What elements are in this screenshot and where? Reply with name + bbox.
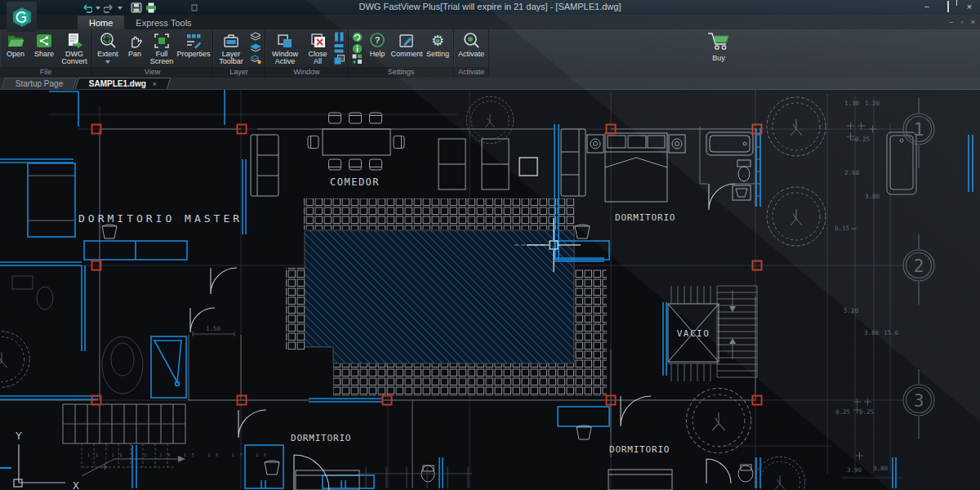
tile-horizontal-icon[interactable]	[334, 43, 345, 53]
group-label-file: File	[0, 67, 91, 78]
layer-isolate-icon[interactable]	[250, 43, 261, 53]
close-all-button[interactable]: Close All	[304, 30, 332, 66]
group-label-layer: Layer	[213, 67, 265, 78]
tab-home[interactable]: Home	[78, 16, 124, 29]
dim-text: 3.80	[873, 465, 889, 472]
dim-text: 3.80	[864, 329, 880, 336]
document-tab-bar: Startup Page SAMPLE1.dwg×	[0, 78, 980, 90]
close-all-icon	[309, 32, 327, 50]
activate-button[interactable]: Activate	[456, 30, 487, 58]
comment-icon	[398, 32, 416, 50]
tile-vertical-icon[interactable]	[334, 32, 345, 42]
full-screen-icon	[153, 32, 171, 50]
mdi-restore-button[interactable]: ▫	[961, 18, 964, 26]
extent-icon	[99, 32, 117, 50]
app-logo[interactable]	[7, 2, 37, 32]
comment-button[interactable]: Comment	[390, 30, 423, 58]
extent-dropdown-caret[interactable]	[105, 60, 110, 64]
fastview-logo-icon	[11, 7, 33, 28]
qat-customize-icon[interactable]	[191, 4, 198, 11]
activate-icon	[462, 32, 480, 50]
dim-text: 0.25	[859, 408, 874, 416]
grid-bubble-label: 2	[914, 256, 924, 276]
group-label-view: View	[92, 67, 212, 78]
tab-startup-page[interactable]: Startup Page	[2, 78, 78, 89]
ribbon-group-window: Window Active Close All	[265, 29, 349, 78]
room-label-comedor: COMEDOR	[330, 176, 380, 188]
mdi-minimize-button[interactable]: −	[949, 18, 953, 26]
dwg-convert-icon	[65, 33, 83, 50]
ribbon: Open Share DWG Convert File	[0, 29, 980, 78]
about-info-icon[interactable]	[352, 43, 363, 54]
open-button[interactable]: Open	[2, 30, 29, 58]
dim-text: 0.25	[835, 408, 850, 416]
room-label-dormitorio-br: DORMITORIO	[609, 444, 670, 455]
room-label-dormitorio-master: DORMITORIO MASTER	[78, 212, 243, 225]
check-update-icon[interactable]	[352, 32, 363, 42]
window-active-button[interactable]: Window Active	[267, 30, 303, 66]
restore-button[interactable]	[942, 2, 954, 12]
ucs-icon	[14, 444, 65, 487]
mdi-close-button[interactable]: ×	[971, 18, 975, 26]
tab-express-tools[interactable]: Express Tools	[124, 16, 203, 29]
quick-access-toolbar	[82, 2, 198, 13]
grid-bubble-label: 3	[914, 391, 924, 411]
dim-text: 5.20	[844, 307, 859, 314]
stairs-bottom-left	[63, 404, 185, 476]
dim-text: 2.60	[844, 169, 860, 176]
pan-button[interactable]: Pan	[122, 30, 147, 58]
ribbon-group-view: Extent Pan Full Screen	[92, 29, 213, 78]
buy-button[interactable]: Buy	[701, 31, 737, 62]
save-icon[interactable]	[131, 2, 142, 13]
dim-text: 3.80	[865, 193, 880, 200]
full-screen-button[interactable]: Full Screen	[148, 30, 176, 66]
ucs-y-label: Y	[16, 430, 22, 442]
mdi-window-controls: − ▫ ×	[949, 18, 975, 26]
properties-icon	[185, 32, 203, 50]
ribbon-group-layer: Layer Toolbar Layer	[213, 29, 265, 78]
dim-text: 0.15	[835, 225, 849, 232]
layer-state-icon[interactable]	[250, 55, 261, 65]
ribbon-group-file: Open Share DWG Convert File	[0, 29, 92, 78]
layer-toolbar-button[interactable]: Layer Toolbar	[215, 30, 247, 66]
restore-icon	[947, 1, 949, 12]
dim-text: 3.90	[847, 466, 862, 474]
floor-plan-svg[interactable]: 11 12 13 14 15 16 17 18	[0, 90, 980, 490]
dim-text: 0.25	[855, 136, 870, 143]
cascade-windows-icon[interactable]	[334, 55, 345, 65]
help-button[interactable]: ? Help	[365, 30, 390, 58]
share-icon	[36, 33, 52, 49]
room-label-dormitorio-bc: DORMITORIO	[291, 433, 351, 443]
share-button[interactable]: Share	[30, 30, 58, 58]
redo-dropdown-caret[interactable]	[118, 7, 122, 10]
pan-hand-icon	[127, 32, 143, 50]
tab-sample1-dwg[interactable]: SAMPLE1.dwg×	[75, 78, 172, 89]
window-active-icon	[276, 32, 294, 50]
minimize-button[interactable]: −	[921, 2, 933, 12]
redo-icon[interactable]	[104, 3, 114, 13]
open-folder-icon	[7, 33, 24, 49]
group-label-activate: Activate	[454, 67, 488, 78]
buy-cart-icon	[706, 31, 731, 52]
layer-stack-icon[interactable]	[250, 32, 261, 42]
extent-button[interactable]: Extent	[94, 30, 122, 66]
print-icon[interactable]	[145, 2, 157, 13]
dim-text: 1.50	[206, 325, 221, 332]
properties-button[interactable]: Properties	[176, 30, 211, 58]
dim-text: 1.20	[865, 100, 880, 107]
ribbon-tab-bar: Home Express Tools − ▫ ×	[0, 15, 980, 29]
undo-icon[interactable]	[82, 3, 92, 13]
drawing-canvas[interactable]: 11 12 13 14 15 16 17 18	[0, 90, 980, 490]
help-icon: ?	[368, 32, 386, 50]
layer-toolbar-icon	[222, 32, 240, 50]
room-label-dormitorio-tr: DORMITORIO	[615, 212, 675, 223]
undo-dropdown-caret[interactable]	[96, 7, 100, 10]
group-label-window: Window	[265, 67, 348, 78]
setting-button[interactable]: ⚙ Setting	[424, 30, 452, 58]
close-button[interactable]: ×	[964, 2, 975, 12]
tab-close-icon[interactable]: ×	[153, 80, 157, 88]
ui-layout-icon[interactable]	[352, 54, 363, 65]
dwg-convert-button[interactable]: DWG Convert	[59, 30, 90, 66]
svg-text:?: ?	[375, 35, 381, 45]
dim-text: 1.30	[844, 100, 860, 107]
